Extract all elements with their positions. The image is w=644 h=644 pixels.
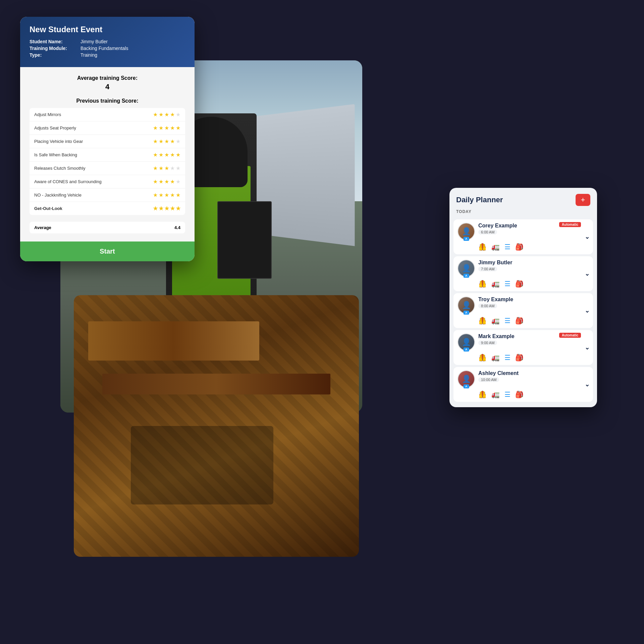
student-card-body: Average training Score: 4 Previous train… [20, 67, 195, 241]
student-name-label: Student Name: [30, 39, 76, 44]
planner-title: Daily Planner [456, 196, 503, 204]
bag-icon: 🎒 [515, 317, 524, 325]
skill-name: Adjusts Seat Properly [34, 125, 153, 130]
student-event-card: New Student Event Student Name: Jimmy Bu… [20, 17, 195, 261]
skill-row: Get-Out-Look★★★★★ [30, 202, 185, 215]
avg-score-section: Average training Score: 4 [30, 75, 185, 91]
prev-score-title: Previous training Score: [30, 98, 185, 104]
skill-stars: ★★★★★ [153, 138, 180, 145]
star-icon: ★ [170, 192, 175, 198]
star-icon: ★ [176, 178, 180, 185]
student-name-value: Jimmy Butler [80, 39, 108, 44]
checklist-icon: ☰ [504, 317, 511, 325]
automatic-badge: Automatic [559, 333, 581, 338]
cone-icon: 🦺 [478, 317, 487, 325]
avatar-wrapper: 👤 A [458, 333, 475, 351]
skills-table: Adjust Mirrors★★★★★Adjusts Seat Properly… [30, 108, 185, 215]
skill-name: Releases Clutch Smoothly [34, 166, 153, 171]
bag-icon: 🎒 [515, 243, 524, 251]
skill-name: Adjust Mirrors [34, 112, 153, 117]
skill-stars: ★★★★★ [153, 178, 180, 185]
skill-row: Adjust Mirrors★★★★★ [30, 108, 185, 121]
planner-item-time: 9:00 AM [478, 340, 497, 345]
checklist-icon: ☰ [504, 390, 511, 398]
training-module-value: Backing Fundamentals [80, 46, 128, 51]
star-icon: ★ [153, 192, 158, 198]
star-icon: ★ [170, 165, 175, 171]
planner-item[interactable]: 👤 A Mark Example 9:00 AM Automatic ⌄ 🦺 🚛… [453, 330, 593, 365]
expand-button[interactable]: ⌄ [585, 344, 590, 351]
start-button[interactable]: Start [20, 241, 195, 261]
avatar-badge: A [464, 384, 469, 388]
training-module-label: Training Module: [30, 46, 76, 51]
truck-icon: 🚛 [491, 317, 500, 325]
star-icon: ★ [159, 111, 163, 118]
cone-icon: 🦺 [478, 354, 487, 362]
star-icon: ★ [159, 165, 163, 171]
checklist-icon: ☰ [504, 354, 511, 362]
bag-icon: 🎒 [515, 354, 524, 362]
star-icon: ★ [176, 165, 180, 171]
planner-header: Daily Planner + [449, 188, 597, 209]
skill-name: Is Safe When Backing [34, 152, 153, 157]
checklist-icon: ☰ [504, 243, 511, 251]
star-icon: ★ [164, 205, 169, 212]
student-name-row: Student Name: Jimmy Butler [30, 39, 185, 44]
planner-item-time: 7:00 AM [478, 267, 497, 271]
planner-item-info: Jimmy Butler 7:00 AM [478, 260, 589, 272]
star-icon: ★ [176, 138, 180, 145]
star-icon: ★ [170, 152, 175, 158]
planner-item-top: 👤 A Troy Example 8:00 AM [458, 297, 589, 314]
skill-stars: ★★★★★ [153, 165, 180, 171]
star-icon: ★ [170, 111, 175, 118]
planner-item-info: Troy Example 8:00 AM [478, 297, 589, 309]
daily-planner-card: Daily Planner + TODAY 👤 A Corey Example … [449, 188, 597, 407]
star-icon: ★ [170, 205, 175, 212]
skill-stars: ★★★★★ [153, 111, 180, 118]
planner-item-top: 👤 A Jimmy Butler 7:00 AM [458, 260, 589, 277]
avatar-badge: A [464, 237, 469, 241]
planner-item-info: Ashley Clement 10:00 AM [478, 370, 589, 382]
card-title: New Student Event [30, 25, 185, 34]
expand-button[interactable]: ⌄ [585, 233, 590, 240]
cone-icon: 🦺 [478, 280, 487, 288]
planner-item[interactable]: 👤 A Corey Example 6:00 AM Automatic ⌄ 🦺 … [453, 219, 593, 254]
type-row: Type: Training [30, 52, 185, 58]
expand-button[interactable]: ⌄ [585, 381, 590, 388]
skill-name: NO - Jackknifing Vehicle [34, 193, 153, 198]
skill-row: NO - Jackknifing Vehicle★★★★★ [30, 189, 185, 202]
avatar-wrapper: 👤 A [458, 297, 475, 314]
bag-icon: 🎒 [515, 390, 524, 398]
planner-item[interactable]: 👤 A Troy Example 8:00 AM ⌄ 🦺 🚛 ☰ 🎒 [453, 293, 593, 328]
planner-item-time: 6:00 AM [478, 230, 497, 234]
planner-date: TODAY [449, 209, 597, 217]
star-icon: ★ [164, 192, 169, 198]
expand-button[interactable]: ⌄ [585, 307, 590, 314]
star-icon: ★ [159, 178, 163, 185]
planner-items-container: 👤 A Corey Example 6:00 AM Automatic ⌄ 🦺 … [449, 219, 597, 402]
skill-stars: ★★★★★ [153, 192, 180, 198]
truck-icon: 🚛 [491, 243, 500, 251]
star-icon: ★ [159, 138, 163, 145]
cone-icon: 🦺 [478, 390, 487, 398]
type-label: Type: [30, 52, 76, 58]
planner-item[interactable]: 👤 A Jimmy Butler 7:00 AM ⌄ 🦺 🚛 ☰ 🎒 [453, 256, 593, 291]
star-icon: ★ [153, 165, 158, 171]
planner-item-name: Jimmy Butler [478, 260, 589, 266]
automatic-badge: Automatic [559, 222, 581, 227]
avatar-badge: A [464, 311, 469, 315]
skill-row: Adjusts Seat Properly★★★★★ [30, 121, 185, 135]
expand-button[interactable]: ⌄ [585, 270, 590, 277]
skill-name: Placing Vehicle into Gear [34, 139, 153, 144]
skill-name: Get-Out-Look [34, 206, 153, 211]
planner-add-button[interactable]: + [576, 194, 590, 206]
star-icon: ★ [176, 192, 180, 198]
planner-item-name: Troy Example [478, 297, 589, 303]
star-icon: ★ [170, 178, 175, 185]
avatar-wrapper: 👤 A [458, 370, 475, 388]
star-icon: ★ [153, 178, 158, 185]
planner-item[interactable]: 👤 A Ashley Clement 10:00 AM ⌄ 🦺 🚛 ☰ 🎒 [453, 367, 593, 402]
avatar-badge: A [464, 274, 469, 278]
truck-icon: 🚛 [491, 280, 500, 288]
planner-item-icons: 🦺 🚛 ☰ 🎒 [458, 390, 589, 398]
